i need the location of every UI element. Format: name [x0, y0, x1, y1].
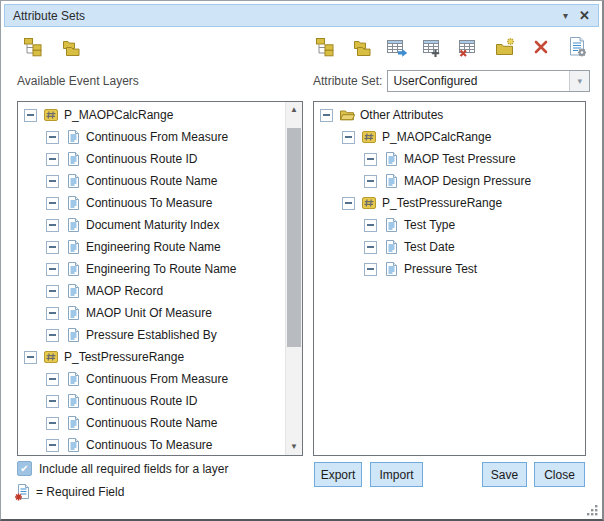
tree-node-maop-test-pressure[interactable]: MAOP Test Pressure [314, 148, 585, 170]
field-doc-icon [65, 195, 81, 211]
tree-node-p-testpressurerange[interactable]: P_TestPressureRange [18, 346, 285, 368]
attribute-set-dropdown[interactable]: UserConfigured ▾ [387, 70, 590, 92]
tree-node-label: Pressure Test [404, 262, 477, 276]
collapse-toggle[interactable] [46, 197, 59, 210]
field-doc-icon [65, 239, 81, 255]
tree-node-continuous-from-measure[interactable]: Continuous From Measure [18, 126, 285, 148]
tree-node-label: Test Type [404, 218, 455, 232]
tree-node-engineering-route-name[interactable]: Engineering Route Name [18, 236, 285, 258]
import-button[interactable]: Import [370, 462, 423, 487]
field-doc-icon [383, 239, 399, 255]
tree-node-continuous-to-measure[interactable]: Continuous To Measure [18, 434, 285, 456]
tree-node-test-date[interactable]: Test Date [314, 236, 585, 258]
collapse-toggle[interactable] [364, 241, 377, 254]
tree-node-continuous-to-measure[interactable]: Continuous To Measure [18, 192, 285, 214]
tree-node-test-type[interactable]: Test Type [314, 214, 585, 236]
vertical-scrollbar[interactable]: ▲ ▼ [285, 102, 302, 455]
collapse-toggle[interactable] [46, 175, 59, 188]
collapse-toggle[interactable] [364, 175, 377, 188]
collapse-toggle[interactable] [46, 329, 59, 342]
tree-node-maop-design-pressure[interactable]: MAOP Design Pressure [314, 170, 585, 192]
collapse-toggle[interactable] [364, 263, 377, 276]
tree-node-pressure-established-by[interactable]: Pressure Established By [18, 324, 285, 346]
collapse-toggle[interactable] [46, 395, 59, 408]
close-button[interactable]: Close [534, 462, 585, 487]
new-folder-button[interactable] [494, 36, 516, 58]
available-event-layers-label: Available Event Layers [17, 74, 139, 88]
table-export-icon [386, 37, 408, 58]
tree-node-continuous-route-name[interactable]: Continuous Route Name [18, 170, 285, 192]
collapse-toggle[interactable] [46, 439, 59, 452]
collapse-window-icon[interactable]: ▾ [563, 11, 568, 21]
collapse-toggle[interactable] [46, 417, 59, 430]
event-layer-icon [43, 349, 59, 365]
resize-grip[interactable] [586, 503, 599, 516]
event-layer-icon [361, 195, 377, 211]
save-button[interactable]: Save [482, 462, 527, 487]
toolbar-right [314, 36, 588, 58]
collapse-toggle[interactable] [364, 219, 377, 232]
tree-node-label: MAOP Design Pressure [404, 174, 531, 188]
tree-node-p-maopcalcrange[interactable]: P_MAOPCalcRange [18, 104, 285, 126]
dropdown-arrow-icon[interactable]: ▾ [569, 71, 589, 91]
folders-icon [351, 37, 372, 58]
scroll-down-icon[interactable]: ▼ [286, 439, 302, 455]
collapse-toggle[interactable] [46, 219, 59, 232]
delete-attribute-set-button[interactable] [458, 36, 480, 58]
attribute-set-panel: Other AttributesP_MAOPCalcRangeMAOP Test… [313, 101, 586, 456]
required-field-label: = Required Field [36, 485, 124, 499]
add-to-attribute-set-button[interactable] [314, 36, 336, 58]
field-doc-icon [65, 217, 81, 233]
tree-node-continuous-route-id[interactable]: Continuous Route ID [18, 390, 285, 412]
tree-node-maop-unit-of-measure[interactable]: MAOP Unit Of Measure [18, 302, 285, 324]
add-event-layers-tree-button[interactable] [22, 36, 44, 58]
collapse-toggle[interactable] [46, 153, 59, 166]
add-group-folder-button[interactable] [350, 36, 372, 58]
collapse-toggle[interactable] [342, 131, 355, 144]
tree-node-label: Continuous Route ID [86, 394, 197, 408]
window-title: Attribute Sets [13, 9, 85, 23]
tree-node-label: Continuous Route Name [86, 174, 217, 188]
tree-node-label: Continuous To Measure [86, 438, 213, 452]
tree-node-p-testpressurerange[interactable]: P_TestPressureRange [314, 192, 585, 214]
field-doc-icon [65, 151, 81, 167]
collapse-toggle[interactable] [46, 263, 59, 276]
tree-node-label: Continuous From Measure [86, 372, 228, 386]
scrollbar-thumb[interactable] [287, 128, 301, 347]
include-required-checkbox[interactable]: ✔ [17, 461, 32, 476]
tree-node-engineering-to-route-name[interactable]: Engineering To Route Name [18, 258, 285, 280]
folders-icon [60, 37, 81, 58]
collapse-toggle[interactable] [46, 307, 59, 320]
tree-node-continuous-route-name[interactable]: Continuous Route Name [18, 412, 285, 434]
collapse-toggle[interactable] [46, 241, 59, 254]
table-add-icon [422, 37, 444, 58]
tree-node-label: MAOP Test Pressure [404, 152, 516, 166]
field-doc-icon [65, 393, 81, 409]
collapse-toggle[interactable] [24, 351, 37, 364]
export-button[interactable]: Export [314, 462, 362, 487]
collapse-toggle[interactable] [320, 109, 333, 122]
tree-node-pressure-test[interactable]: Pressure Test [314, 258, 585, 280]
close-window-icon[interactable]: ✕ [579, 9, 590, 22]
collapse-toggle[interactable] [46, 285, 59, 298]
new-attribute-set-button[interactable] [422, 36, 444, 58]
attribute-set-label: Attribute Set: [313, 74, 382, 88]
collapse-toggle[interactable] [342, 197, 355, 210]
field-doc-icon [383, 217, 399, 233]
export-attribute-set-table-button[interactable] [386, 36, 408, 58]
tree-node-other-attributes[interactable]: Other Attributes [314, 104, 585, 126]
collapse-toggle[interactable] [46, 131, 59, 144]
collapse-toggle[interactable] [364, 153, 377, 166]
collapse-toggle[interactable] [46, 373, 59, 386]
tree-node-continuous-from-measure[interactable]: Continuous From Measure [18, 368, 285, 390]
remove-item-button[interactable] [530, 36, 552, 58]
tree-node-continuous-route-id[interactable]: Continuous Route ID [18, 148, 285, 170]
collapse-toggle[interactable] [24, 109, 37, 122]
tree-node-document-maturity-index[interactable]: Document Maturity Index [18, 214, 285, 236]
tree-node-maop-record[interactable]: MAOP Record [18, 280, 285, 302]
add-all-layers-button[interactable] [59, 36, 81, 58]
tree-node-label: MAOP Record [86, 284, 163, 298]
scroll-up-icon[interactable]: ▲ [286, 102, 302, 118]
attribute-set-properties-button[interactable] [566, 36, 588, 58]
tree-node-p-maopcalcrange[interactable]: P_MAOPCalcRange [314, 126, 585, 148]
